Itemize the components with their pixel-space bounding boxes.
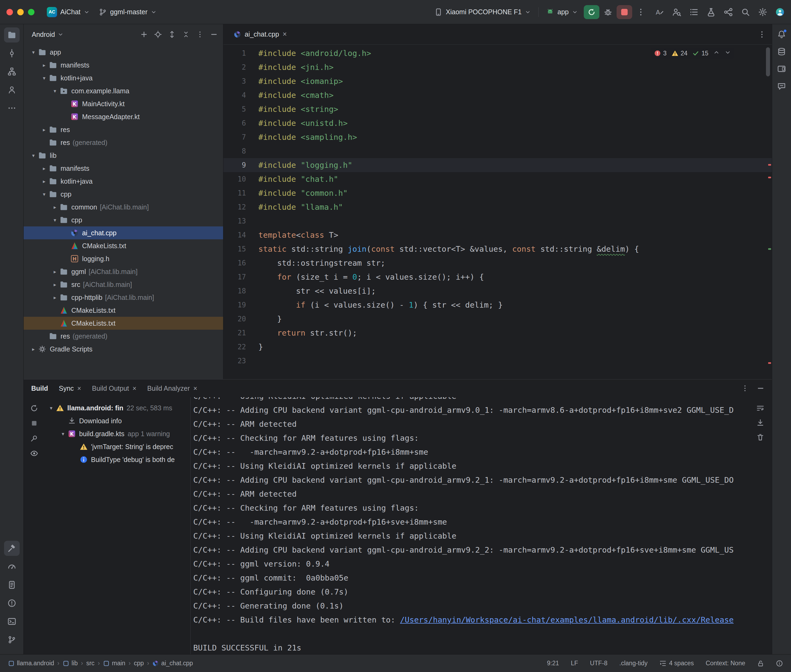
code-line-20[interactable]: 20 } (223, 312, 772, 326)
tree-item-logging-h[interactable]: Hlogging.h (24, 252, 223, 265)
code-line-21[interactable]: 21 return str.str(); (223, 326, 772, 340)
build-tree-item[interactable]: ▾llama.android: fin22 sec, 583 ms (45, 402, 190, 414)
clear-all-icon[interactable] (756, 433, 764, 441)
tree-item-ai-chat-cpp[interactable]: ai_chat.cpp (24, 226, 223, 239)
build-tree-item[interactable]: 'jvmTarget: String' is deprec (45, 440, 190, 453)
code-line-18[interactable]: 18 str << values[i]; (223, 284, 772, 298)
status-caret-position[interactable]: 9:21 (547, 660, 559, 667)
tree-toggle-icon[interactable]: ▸ (50, 269, 60, 275)
error-stripe-mark[interactable] (768, 362, 771, 364)
code-line-9[interactable]: 9#include "logging.h" (223, 158, 772, 172)
build-panel-title[interactable]: Build (31, 384, 48, 392)
tree-toggle-icon[interactable]: ▾ (29, 152, 38, 158)
build-tab-sync[interactable]: Sync× (59, 384, 81, 392)
debug-button[interactable] (602, 6, 614, 18)
problems-button[interactable] (4, 596, 20, 611)
breadcrumb-main[interactable]: main (103, 660, 125, 667)
editor-scrollbar[interactable] (766, 47, 770, 76)
code-line-13[interactable]: 13 (223, 214, 772, 228)
tree-toggle-icon[interactable]: ▾ (46, 405, 56, 411)
version-control-button[interactable] (4, 632, 20, 647)
rerun-sync-icon[interactable] (30, 404, 38, 412)
tree-item-kotlin-java[interactable]: ▾kotlin+java (24, 72, 223, 85)
passed-count[interactable]: 15 (692, 50, 708, 57)
tree-item-cpp-httplib[interactable]: ▸cpp-httplib[AiChat.lib.main] (24, 291, 223, 304)
next-problem-button[interactable] (725, 49, 731, 57)
tab-options-icon[interactable] (758, 30, 766, 38)
build-console[interactable]: C/C++: -- Using KleidiAI optimized kerne… (191, 397, 772, 654)
profile-icon[interactable] (775, 8, 785, 17)
build-tree-item[interactable]: Download info (45, 414, 190, 427)
code-line-6[interactable]: 6#include <unistd.h> (223, 116, 772, 130)
warning-stripe-mark[interactable] (768, 248, 771, 250)
tree-item-res[interactable]: ▸res (24, 123, 223, 136)
build-button[interactable] (4, 541, 20, 556)
tree-toggle-icon[interactable]: ▸ (50, 294, 60, 301)
branch-selector[interactable]: ggml-master (96, 6, 160, 18)
error-count[interactable]: 3 (654, 50, 667, 57)
tree-item-com-example-llama[interactable]: ▾com.example.llama (24, 85, 223, 98)
ai-writing-icon[interactable]: A (655, 8, 664, 17)
code-line-8[interactable]: 8 (223, 144, 772, 158)
error-stripe-mark[interactable] (768, 164, 771, 166)
run-button[interactable] (584, 5, 599, 19)
run-configuration-selector[interactable]: app (543, 6, 581, 18)
status-line-separator[interactable]: LF (571, 660, 578, 667)
code-line-11[interactable]: 11#include "common.h" (223, 186, 772, 200)
tree-item-lib[interactable]: ▾lib (24, 149, 223, 162)
tree-item-manifests[interactable]: ▸manifests (24, 59, 223, 72)
tree-toggle-icon[interactable]: ▸ (39, 165, 49, 171)
editor-tab-ai-chat-cpp[interactable]: ai_chat.cpp × (229, 24, 291, 44)
close-tab-icon[interactable]: × (193, 384, 197, 392)
tree-item-cmakelists-txt[interactable]: CMakeLists.txt (24, 239, 223, 252)
tree-item-messageadapter-kt[interactable]: KMessageAdapter.kt (24, 110, 223, 123)
close-window-button[interactable] (6, 9, 13, 15)
structure-list-icon[interactable] (689, 8, 698, 17)
tree-item-kotlin-java[interactable]: ▸kotlin+java (24, 175, 223, 188)
warning-count[interactable]: 24 (672, 50, 688, 57)
more-options-icon[interactable] (741, 384, 749, 392)
code-line-3[interactable]: 3#include <iomanip> (223, 74, 772, 88)
tree-toggle-icon[interactable]: ▸ (39, 62, 49, 68)
tree-item-common[interactable]: ▸common[AiChat.lib.main] (24, 201, 223, 213)
code-line-5[interactable]: 5#include <string> (223, 102, 772, 116)
code-line-10[interactable]: 10#include "chat.h" (223, 172, 772, 186)
status-encoding[interactable]: UTF-8 (590, 660, 607, 667)
breadcrumb-ai-chat-cpp[interactable]: ai_chat.cpp (152, 660, 193, 667)
terminal-button[interactable] (4, 614, 20, 629)
running-devices-button[interactable] (775, 62, 789, 76)
inspect-icon[interactable] (30, 450, 38, 458)
gradle-button[interactable] (775, 45, 789, 59)
status-lock[interactable] (757, 660, 764, 667)
project-button[interactable] (4, 27, 20, 43)
tree-item-cmakelists-txt[interactable]: CMakeLists.txt (24, 317, 223, 330)
tree-item-app[interactable]: ▾app (24, 46, 223, 59)
tree-item-cmakelists-txt[interactable]: CMakeLists.txt (24, 304, 223, 317)
close-tab-icon[interactable]: × (282, 30, 287, 38)
hide-panel-icon[interactable] (757, 384, 764, 392)
tree-toggle-icon[interactable]: ▸ (50, 204, 60, 210)
commit-button[interactable] (4, 46, 20, 61)
build-tree-item[interactable]: ▾Kbuild.gradle.ktsapp 1 warning (45, 427, 190, 440)
pin-tab-icon[interactable] (30, 434, 38, 442)
pull-requests-button[interactable] (4, 82, 20, 98)
breadcrumb-cpp[interactable]: cpp (134, 660, 144, 667)
code-line-23[interactable]: 23 (223, 354, 772, 368)
more-tool-windows-button[interactable] (4, 101, 20, 116)
tree-item-cpp[interactable]: ▾cpp (24, 188, 223, 201)
tree-toggle-icon[interactable]: ▾ (39, 75, 49, 81)
settings-icon[interactable] (758, 8, 767, 17)
tree-item-gradle-scripts[interactable]: ▸Gradle Scripts (24, 342, 223, 355)
project-selector[interactable]: AC AiChat (43, 5, 93, 19)
build-tab-build-output[interactable]: Build Output× (92, 384, 136, 392)
close-tab-icon[interactable]: × (132, 384, 136, 392)
breadcrumb-lib[interactable]: lib (63, 660, 78, 667)
inspections-widget[interactable]: 3 24 15 (651, 48, 734, 59)
code-line-22[interactable]: 22} (223, 340, 772, 354)
tree-toggle-icon[interactable]: ▾ (50, 88, 60, 94)
search-everywhere-icon[interactable] (741, 8, 750, 17)
console-file-link[interactable]: /Users/hanyin/Workspace/ai-chat/examples… (400, 615, 734, 624)
collapse-all-icon[interactable] (182, 30, 190, 38)
tree-item-mainactivity-kt[interactable]: KMainActivity.kt (24, 98, 223, 110)
code-line-12[interactable]: 12#include "llama.h" (223, 200, 772, 214)
